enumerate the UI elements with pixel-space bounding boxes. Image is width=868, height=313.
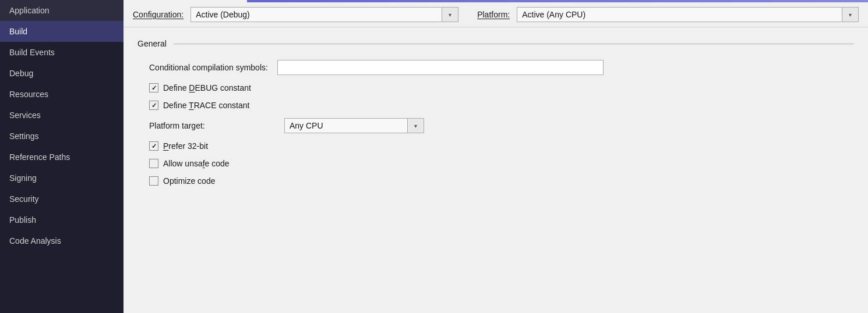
sidebar-item-settings[interactable]: Settings: [0, 126, 124, 147]
define-debug-label: Define DEBUG constant: [163, 83, 251, 93]
define-trace-row: Define TRACE constant: [149, 101, 854, 110]
conditional-compilation-row: Conditional compilation symbols:: [149, 60, 854, 75]
configuration-dropdown[interactable]: Active (Debug) ▾: [190, 7, 458, 22]
conditional-compilation-input[interactable]: [277, 60, 604, 75]
platform-dropdown-arrow: ▾: [842, 8, 858, 22]
configuration-label: Configuration:: [133, 10, 184, 19]
define-trace-checkbox[interactable]: [149, 101, 158, 110]
sidebar-item-build[interactable]: Build: [0, 21, 124, 42]
sidebar-item-application[interactable]: Application: [0, 0, 124, 21]
configuration-value: Active (Debug): [191, 10, 442, 19]
optimize-code-checkbox[interactable]: [149, 176, 158, 186]
platform-label: Platform:: [477, 10, 510, 19]
sidebar-item-services[interactable]: Services: [0, 105, 124, 126]
sidebar-item-signing[interactable]: Signing: [0, 168, 124, 188]
platform-target-value: Any CPU: [285, 121, 407, 130]
prefer-32bit-label: Prefer 32-bit: [163, 141, 208, 151]
sidebar-item-security[interactable]: Security: [0, 188, 124, 209]
configuration-dropdown-arrow: ▾: [442, 8, 458, 22]
header-bar: Configuration: Active (Debug) ▾ Platform…: [124, 0, 868, 27]
sidebar-item-publish[interactable]: Publish: [0, 209, 124, 230]
platform-target-label: Platform target:: [149, 121, 277, 130]
platform-target-row: Platform target: Any CPU ▾: [149, 118, 854, 133]
section-divider: [174, 44, 854, 44]
sidebar-item-build-events[interactable]: Build Events: [0, 42, 124, 63]
allow-unsafe-checkbox[interactable]: [149, 159, 158, 168]
define-debug-checkbox[interactable]: [149, 83, 158, 93]
sidebar: Application Build Build Events Debug Res…: [0, 0, 124, 313]
sidebar-item-resources[interactable]: Resources: [0, 84, 124, 105]
general-section-title: General: [137, 39, 167, 48]
prefer-32bit-checkbox[interactable]: [149, 141, 158, 151]
prefer-32bit-row: Prefer 32-bit: [149, 141, 854, 151]
main-content: Configuration: Active (Debug) ▾ Platform…: [124, 0, 868, 313]
define-debug-row: Define DEBUG constant: [149, 83, 854, 93]
sidebar-item-reference-paths[interactable]: Reference Paths: [0, 147, 124, 168]
optimize-code-label: Optimize code: [163, 176, 215, 186]
sidebar-item-code-analysis[interactable]: Code Analysis: [0, 230, 124, 251]
general-section-header: General: [137, 39, 854, 48]
optimize-code-row: Optimize code: [149, 176, 854, 186]
allow-unsafe-row: Allow unsafe code: [149, 159, 854, 168]
platform-target-dropdown[interactable]: Any CPU ▾: [284, 118, 424, 133]
platform-value: Active (Any CPU): [517, 10, 842, 19]
content-area: General Conditional compilation symbols:…: [124, 27, 868, 313]
top-accent-strip: [247, 0, 868, 2]
platform-target-arrow: ▾: [407, 119, 424, 133]
conditional-compilation-label: Conditional compilation symbols:: [149, 63, 277, 72]
platform-dropdown[interactable]: Active (Any CPU) ▾: [517, 7, 859, 22]
define-trace-label: Define TRACE constant: [163, 101, 249, 110]
sidebar-item-debug[interactable]: Debug: [0, 63, 124, 84]
allow-unsafe-label: Allow unsafe code: [163, 159, 230, 168]
